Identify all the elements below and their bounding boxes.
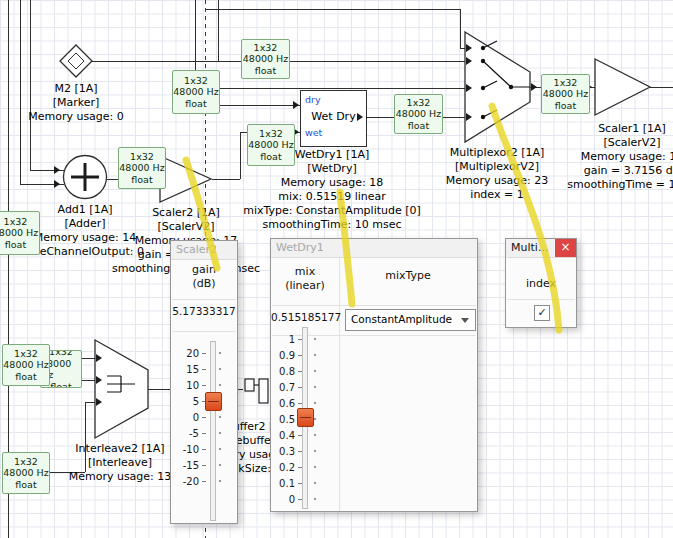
param-value: 0.515185177: [271, 311, 339, 323]
slider-tick: 0.7: [273, 379, 316, 395]
close-button[interactable]: ×: [555, 239, 576, 257]
wire-format-label: 1x3248000 Hzfloat: [2, 344, 50, 386]
input-port: [466, 113, 472, 121]
rebuffer2-block[interactable]: [242, 374, 272, 418]
block-info: mix: 0.51519 linear: [237, 190, 427, 204]
input-port: [466, 84, 472, 92]
format-line: 1x32: [49, 350, 73, 358]
format-line: float: [408, 120, 429, 132]
slider-tick: 0.3: [273, 443, 316, 459]
tick-dot: [219, 432, 221, 434]
panel-titlebar[interactable]: Multi... ×: [506, 239, 576, 258]
index-checkbox[interactable]: ✓: [534, 305, 550, 321]
tick-dot: [314, 498, 316, 500]
wire-format-label: 1x3248000 Hzfloat: [241, 39, 290, 79]
wire-format-label: 1x3248000 Hzfloat: [172, 70, 220, 114]
block-info: smoothingTime = 10 m: [552, 178, 673, 192]
scaler2-param-panel: Scaler2 gain (dB) 5.17333317 20 15 10 5 …: [170, 240, 238, 524]
format-line: 48000 Hz: [119, 162, 164, 174]
format-line: float: [5, 239, 26, 251]
format-line: float: [260, 151, 281, 163]
separator: [272, 305, 476, 306]
tick-dot: [314, 402, 316, 404]
tick-label: -20: [173, 476, 199, 487]
tick-label: 20: [173, 348, 199, 359]
tick-label: 0.3: [273, 446, 295, 457]
mixtype-dropdown[interactable]: ConstantAmplitude: [345, 309, 476, 331]
scaler2-block[interactable]: [158, 154, 214, 204]
input-port: [466, 44, 472, 52]
tick-label: 0: [273, 494, 295, 505]
m2-labels: M2 [1A] [Marker] Memory usage: 0: [16, 82, 136, 124]
add1-block[interactable]: [61, 153, 109, 201]
tick-mark: [298, 403, 302, 404]
format-line: 1x32: [554, 77, 578, 89]
mixtype-header: mixType: [339, 269, 477, 283]
tick-mark: [202, 417, 206, 418]
format-line: 48000 Hz: [173, 86, 218, 98]
format-line: float: [131, 174, 152, 186]
format-line: 48000 Hz: [543, 88, 588, 100]
slider-tick: -10: [173, 441, 221, 457]
tick-label: 0.4: [273, 430, 295, 441]
input-port: [54, 180, 60, 188]
slider-tick: 1: [273, 331, 316, 347]
input-port: [54, 166, 60, 174]
m2-block[interactable]: [58, 43, 94, 79]
tick-mark: [202, 353, 206, 354]
panel-title: Scaler2: [176, 243, 217, 256]
format-line: 1x32: [407, 97, 431, 109]
slider-ticks: 20 15 10 5 0 -5 -10 -15 -20: [173, 345, 221, 489]
block-info: mixType: ConstantAmplitude [0]: [237, 204, 427, 218]
panel-titlebar[interactable]: WetDry1: [271, 239, 477, 258]
tick-mark: [202, 465, 206, 466]
tick-dot: [219, 448, 221, 450]
wire-format-label: 1x3248000 Hzfloat: [247, 124, 295, 166]
format-line: float: [255, 65, 276, 77]
wire-format-label: 1x3248000 Hzfloat: [541, 74, 590, 114]
block-kind: [Marker]: [16, 96, 136, 110]
tick-dot: [219, 352, 221, 354]
param-header: index: [506, 277, 576, 291]
dropdown-value: ConstantAmplitude: [351, 313, 452, 325]
tick-dot: [314, 466, 316, 468]
tick-mark: [202, 481, 206, 482]
multiplexor2-block[interactable]: [463, 28, 535, 146]
wire: [460, 9, 461, 48]
format-line: 1x32: [4, 216, 28, 228]
wire: [212, 179, 240, 180]
tick-dot: [219, 416, 221, 418]
tick-label: -5: [173, 428, 199, 439]
block-info: Memory usage: 17: [552, 150, 673, 164]
tick-label: 0.2: [273, 462, 295, 473]
format-line: 1x32: [254, 42, 278, 54]
tick-label: 0: [173, 412, 199, 423]
separator: [507, 299, 575, 300]
slider-tick: 0.1: [273, 475, 316, 491]
tick-mark: [298, 371, 302, 372]
slider-tick: 0.8: [273, 363, 316, 379]
tick-label: 0.7: [273, 382, 295, 393]
tick-label: 0.8: [273, 366, 295, 377]
gain-slider-handle[interactable]: [205, 392, 222, 411]
block-name: M2 [1A]: [16, 82, 136, 96]
panel-titlebar[interactable]: Scaler2: [171, 241, 237, 260]
tick-mark: [298, 355, 302, 356]
scaler1-block[interactable]: [593, 57, 653, 119]
scaler1-labels: Scaler1 [1A] [ScalerV2] Memory usage: 17…: [552, 122, 673, 192]
multiplexor2-param-panel: Multi... × index ✓: [505, 238, 577, 328]
wire: [217, 105, 300, 106]
slider-tick: 0: [173, 409, 221, 425]
tick-dot: [219, 384, 221, 386]
format-line: float: [50, 381, 71, 389]
input-port: [293, 101, 299, 109]
mix-slider-handle[interactable]: [297, 408, 314, 427]
block-info: smoothingTime: 10 msec: [237, 218, 427, 232]
wire-format-label: 1x3248000 Hzfloat: [118, 147, 166, 189]
wire: [195, 0, 196, 70]
format-line: float: [15, 479, 36, 491]
tick-dot: [314, 482, 316, 484]
wire: [217, 88, 468, 89]
format-line: 48000 Hz: [396, 108, 441, 120]
format-line: 48000 Hz: [243, 53, 288, 65]
